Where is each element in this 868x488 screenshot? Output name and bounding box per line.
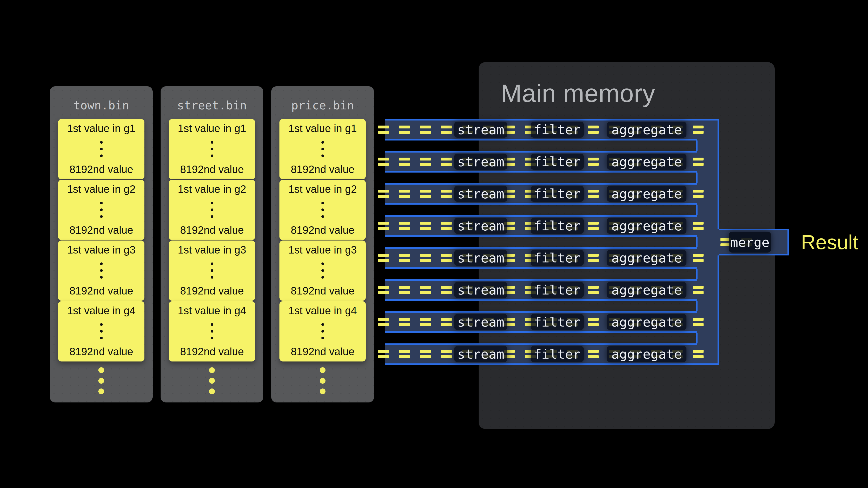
- flow-dash-icon: [399, 350, 410, 353]
- equals-flow-icon: [399, 318, 410, 326]
- ellipsis-dot-icon: [98, 388, 104, 394]
- group-first-value-label: 1st value in g4: [288, 304, 357, 317]
- value-group-cell: 1st value in g1 8192nd value: [58, 119, 145, 179]
- file-column-price: price.bin 1st value in g1 8192nd value 1…: [271, 86, 374, 402]
- ellipsis-dot-icon: [211, 215, 213, 218]
- value-group-cell: 1st value in g2 8192nd value: [58, 180, 145, 240]
- group-last-value-label: 8192nd value: [69, 285, 133, 297]
- channel-gap-border: [696, 333, 698, 344]
- flow-dash-icon: [399, 227, 410, 230]
- equals-flow-icon: [693, 350, 704, 358]
- flow-dash-icon: [399, 163, 410, 166]
- flow-dash-icon: [399, 254, 410, 257]
- ellipsis-dot-icon: [211, 276, 213, 279]
- stage-box-stream: stream: [454, 154, 507, 170]
- flow-dash-icon: [378, 163, 389, 166]
- flow-dash-icon: [693, 222, 704, 225]
- stage-box-filter: filter: [531, 346, 584, 362]
- equals-flow-icon: [693, 286, 704, 294]
- group-first-value-label: 1st value in g1: [288, 123, 357, 134]
- ellipsis-dot-icon: [100, 202, 103, 204]
- flow-dash-icon: [693, 126, 704, 128]
- flow-dash-icon: [441, 355, 452, 358]
- channel-gap-border: [696, 269, 698, 279]
- flow-dash-icon: [420, 190, 431, 193]
- ellipsis-dot-icon: [211, 330, 213, 332]
- ellipsis-dot-icon: [211, 141, 213, 143]
- flow-dash-icon: [420, 158, 431, 161]
- ellipsis-dot-icon: [100, 155, 103, 157]
- ellipsis-dot-icon: [100, 208, 103, 211]
- equals-flow-icon: [378, 126, 389, 134]
- channel-gap-border: [696, 237, 698, 247]
- flow-dash-icon: [399, 131, 410, 134]
- pipeline-row: streamfilteraggregate: [385, 183, 697, 205]
- equals-flow-icon: [441, 190, 452, 198]
- flow-dash-icon: [399, 259, 410, 262]
- group-first-value-label: 1st value in g1: [67, 123, 135, 134]
- ellipsis-dot-icon: [100, 330, 103, 332]
- vertical-ellipsis-icon: [211, 323, 213, 339]
- pipeline-row: streamfilteraggregate: [385, 151, 697, 172]
- file-name-label: price.bin: [271, 92, 374, 119]
- stage-box-stream: stream: [454, 314, 507, 330]
- equals-flow-icon: [420, 254, 431, 262]
- group-last-value-label: 8192nd value: [180, 346, 244, 358]
- flow-dash-icon: [441, 291, 452, 294]
- vertical-ellipsis-icon: [100, 323, 103, 339]
- equals-flow-icon: [378, 158, 389, 166]
- group-first-value-label: 1st value in g4: [67, 304, 135, 317]
- ellipsis-dot-icon: [321, 337, 324, 339]
- flow-dash-icon: [693, 259, 704, 262]
- flow-dash-icon: [693, 350, 704, 353]
- vertical-ellipsis-icon: [100, 141, 103, 157]
- flow-dash-icon: [588, 227, 599, 230]
- file-name-label: street.bin: [161, 92, 263, 119]
- equals-flow-icon: [378, 350, 389, 358]
- flow-dash-icon: [378, 318, 389, 321]
- flow-dash-icon: [378, 131, 389, 134]
- flow-dash-icon: [399, 195, 410, 198]
- flow-dash-icon: [441, 195, 452, 198]
- flow-dash-icon: [378, 259, 389, 262]
- flow-dash-icon: [378, 195, 389, 198]
- equals-flow-icon: [420, 286, 431, 294]
- flow-dash-icon: [588, 126, 599, 128]
- flow-dash-icon: [693, 355, 704, 358]
- value-group-cell: 1st value in g3 8192nd value: [58, 240, 145, 301]
- group-first-value-label: 1st value in g2: [178, 183, 246, 195]
- flow-dash-icon: [420, 195, 431, 198]
- stage-box-stream: stream: [454, 282, 507, 298]
- flow-dash-icon: [441, 318, 452, 321]
- equals-flow-icon: [441, 254, 452, 262]
- equals-flow-icon: [420, 318, 431, 326]
- vertical-ellipsis-icon: [321, 262, 324, 279]
- ellipsis-dot-icon: [321, 202, 324, 204]
- ellipsis-dot-icon: [209, 378, 215, 384]
- flow-dash-icon: [420, 126, 431, 128]
- merge-output-stub: merge: [719, 229, 789, 255]
- flow-dash-icon: [378, 254, 389, 257]
- flow-dash-icon: [693, 131, 704, 134]
- ellipsis-dot-icon: [100, 276, 103, 279]
- flow-dash-icon: [399, 323, 410, 326]
- flow-dash-icon: [693, 227, 704, 230]
- flow-dash-icon: [378, 222, 389, 225]
- stage-box-aggregate: aggregate: [607, 250, 686, 266]
- group-last-value-label: 8192nd value: [291, 285, 354, 297]
- flow-dash-icon: [399, 190, 410, 193]
- group-last-value-label: 8192nd value: [180, 163, 244, 175]
- equals-flow-icon: [441, 286, 452, 294]
- flow-dash-icon: [420, 291, 431, 294]
- flow-dash-icon: [441, 190, 452, 193]
- group-first-value-label: 1st value in g3: [178, 244, 246, 256]
- channel-gap-border: [696, 205, 698, 215]
- flow-dash-icon: [399, 355, 410, 358]
- flow-dash-icon: [693, 318, 704, 321]
- ellipsis-dot-icon: [100, 323, 103, 326]
- pipeline-row: streamfilteraggregate: [385, 311, 697, 333]
- value-group-cell: 1st value in g4 8192nd value: [169, 301, 255, 361]
- flow-dash-icon: [441, 259, 452, 262]
- ellipsis-dot-icon: [321, 141, 324, 143]
- flow-dash-icon: [588, 323, 599, 326]
